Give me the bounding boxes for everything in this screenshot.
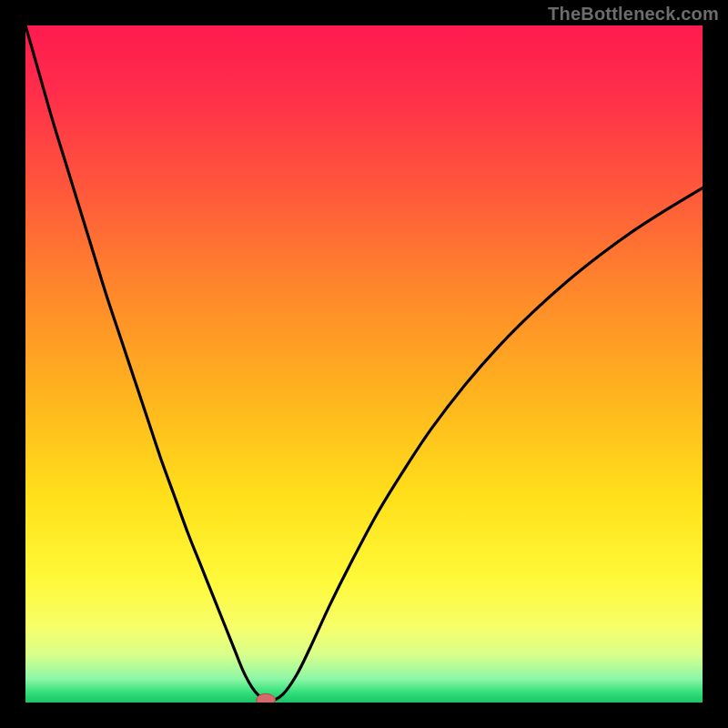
plot-area [25, 25, 703, 703]
gradient-background [25, 25, 703, 703]
attribution-text: TheBottleneck.com [548, 4, 719, 25]
outer-frame: TheBottleneck.com [0, 0, 728, 728]
optimum-marker [257, 693, 276, 703]
chart-svg [25, 25, 703, 703]
